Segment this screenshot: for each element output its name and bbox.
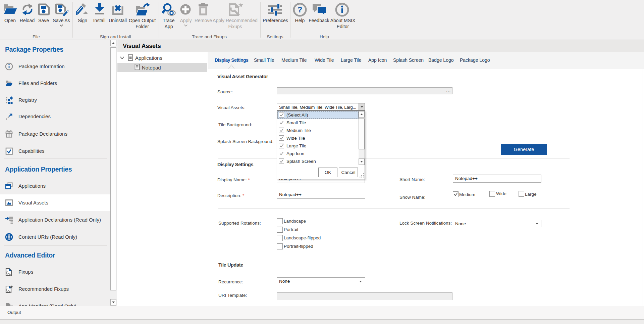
- svg-text:?: ?: [298, 5, 302, 14]
